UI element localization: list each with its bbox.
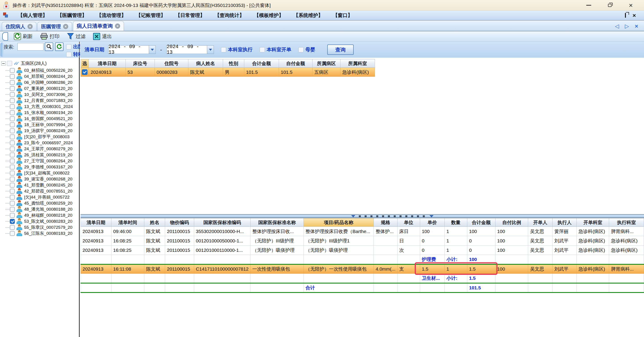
window-restore-button[interactable] bbox=[606, 2, 613, 9]
column-header[interactable]: 执行人 bbox=[552, 218, 577, 227]
patient-tree-item[interactable]: [欠]34_赵梅英_0008022 bbox=[0, 170, 79, 176]
column-header[interactable]: 床位号 bbox=[126, 59, 155, 68]
patient-checkbox[interactable] bbox=[10, 201, 15, 206]
patient-checkbox[interactable] bbox=[10, 183, 15, 188]
exit-button[interactable]: 退出 bbox=[91, 32, 114, 41]
window-close-button[interactable]: × bbox=[628, 2, 634, 9]
patient-tree-item[interactable]: 03_林招福_00050226_20 bbox=[0, 67, 79, 73]
patient-checkbox[interactable] bbox=[10, 170, 15, 176]
column-header[interactable]: 开单人 bbox=[528, 218, 552, 227]
menu-item-7[interactable]: 【模板维护】 bbox=[249, 11, 288, 20]
patient-tree-item[interactable]: 56_江陈东_00080183_20 bbox=[0, 230, 79, 236]
patient-checkbox[interactable] bbox=[10, 68, 15, 73]
dept-execute-checkbox[interactable] bbox=[221, 47, 226, 52]
query-button[interactable]: 查询 bbox=[327, 44, 354, 55]
menu-item-2[interactable]: 【医嘱管理】 bbox=[52, 11, 92, 20]
patient-checkbox[interactable] bbox=[10, 86, 15, 91]
detail-row-selected[interactable]: 2024091316:11:08陈文斌201100015C14171101000… bbox=[81, 264, 644, 274]
date-from-dropdown-button[interactable] bbox=[149, 46, 156, 54]
column-header[interactable]: 合计金额 bbox=[244, 59, 279, 68]
patient-checkbox[interactable] bbox=[10, 219, 15, 224]
patient-tree-item[interactable]: 55_陈章汉_00072579_20 bbox=[0, 224, 79, 230]
column-header[interactable]: 病人姓名 bbox=[188, 59, 223, 68]
column-header[interactable]: 项目/药品名称 bbox=[304, 218, 374, 227]
checked-checkbox-icon[interactable] bbox=[82, 69, 88, 75]
mother-baby-checkbox[interactable] bbox=[298, 47, 304, 52]
menu-item-1[interactable]: 【病人管理】 bbox=[13, 11, 52, 20]
column-header[interactable]: 开单科室 bbox=[577, 218, 609, 227]
detail-row[interactable]: 2024091309:46:00陈文斌201100015355302000010… bbox=[81, 227, 644, 236]
tab-3[interactable]: 病人日清单查询× bbox=[73, 21, 124, 31]
column-header[interactable]: 单位 bbox=[397, 218, 420, 227]
patient-checkbox[interactable] bbox=[10, 225, 15, 230]
patient-checkbox[interactable] bbox=[10, 74, 15, 79]
tree-collapse-icon[interactable] bbox=[1, 61, 6, 66]
patient-checkbox[interactable] bbox=[10, 110, 15, 115]
patient-checkbox[interactable] bbox=[10, 128, 15, 133]
column-header[interactable]: 单价 bbox=[420, 218, 444, 227]
menu-item-6[interactable]: 【查询统计】 bbox=[210, 11, 249, 20]
filter-button[interactable]: 过滤 bbox=[65, 32, 88, 41]
menu-item-3[interactable]: 【流动管理】 bbox=[92, 11, 131, 20]
patient-checkbox[interactable] bbox=[10, 122, 15, 127]
patient-tree-item[interactable]: 23_陈今_00066597_2024 bbox=[0, 140, 79, 146]
menu-item-8[interactable]: 【系统维护】 bbox=[288, 11, 328, 20]
patient-checkbox[interactable] bbox=[10, 98, 15, 103]
date-from-picker[interactable]: 2024 - 09 - 13 bbox=[108, 46, 156, 54]
column-header[interactable]: 选 bbox=[81, 59, 89, 68]
select-cell[interactable] bbox=[81, 68, 89, 77]
tab-scroll-left-button[interactable]: ◁ bbox=[615, 24, 619, 29]
patient-tree-item[interactable]: 26_洪桂英_00080219_20 bbox=[0, 152, 79, 158]
column-header[interactable]: 国家医保标准名称 bbox=[250, 218, 304, 227]
column-header[interactable]: 性别 bbox=[223, 59, 244, 68]
tab-close-button[interactable]: × bbox=[635, 23, 638, 29]
patient-tree-item[interactable]: 12_吕青辉_00071883_20 bbox=[0, 98, 79, 104]
column-header[interactable]: 规格 bbox=[374, 218, 398, 227]
patient-tree-item[interactable]: 19_汤骐宇_00080249_20 bbox=[0, 128, 79, 134]
tab-close-icon[interactable]: × bbox=[63, 24, 68, 29]
patient-checkbox[interactable] bbox=[10, 177, 15, 182]
column-header[interactable]: 所属科室 bbox=[340, 59, 375, 68]
patient-tree-item[interactable]: 39_谢宝香_00080268_20 bbox=[0, 176, 79, 182]
column-header[interactable]: 清单时间 bbox=[111, 218, 144, 227]
patient-checkbox[interactable] bbox=[10, 134, 15, 139]
search-input[interactable] bbox=[18, 43, 44, 50]
dept-order-checkbox[interactable] bbox=[260, 47, 265, 52]
column-header[interactable]: 国家医保标准编码 bbox=[194, 218, 250, 227]
menu-item-5[interactable]: 【日常管理】 bbox=[170, 11, 210, 20]
patient-tree-item[interactable]: 27_王守国_00080264_20 bbox=[0, 158, 79, 164]
patient-checkbox[interactable] bbox=[10, 231, 15, 236]
column-header[interactable]: 物价编码 bbox=[165, 218, 194, 227]
menu-item-4[interactable]: 【记账管理】 bbox=[131, 11, 170, 20]
patient-tree-item[interactable]: 42_郑碧霞_00078551_20 bbox=[0, 188, 79, 194]
patient-tree-item[interactable]: 48_潘光旭_00080188_20 bbox=[0, 206, 79, 212]
panel-splitter-pill[interactable] bbox=[0, 42, 4, 57]
patient-tree-item[interactable]: 04_郑景昭_00080244_20 bbox=[0, 73, 79, 80]
patient-checkbox[interactable] bbox=[10, 207, 15, 212]
patient-tree-item[interactable]: 13_方恩_00080301_2024 bbox=[0, 104, 79, 110]
date-to-picker[interactable]: 2024 - 09 - 13 bbox=[166, 46, 214, 54]
patient-tree-item[interactable]: [欠]20_邵亨平_0008003 bbox=[0, 134, 79, 140]
tree-root-checkbox[interactable] bbox=[7, 61, 12, 66]
patient-checkbox[interactable] bbox=[10, 140, 15, 145]
patient-checkbox[interactable] bbox=[10, 104, 15, 109]
patient-tree-item[interactable]: 07_董美娇_00080120_20 bbox=[0, 86, 79, 92]
discharge-checkbox[interactable] bbox=[66, 44, 71, 50]
column-header[interactable]: 自付比例 bbox=[495, 218, 528, 227]
patient-checkbox[interactable] bbox=[10, 158, 15, 164]
patient-tree-item[interactable]: 10_吴阿文_00073096_20 bbox=[0, 92, 79, 98]
patient-tree-item[interactable]: 16_曾国辉_00049521_20 bbox=[0, 116, 79, 122]
column-header[interactable]: 清单日期 bbox=[81, 218, 112, 227]
column-header[interactable]: 数量 bbox=[444, 218, 467, 227]
patient-tree-item[interactable]: 49_林端辉_00080218_20 bbox=[0, 212, 79, 218]
tab-2[interactable]: 医嘱管理× bbox=[37, 22, 72, 31]
patient-checkbox[interactable] bbox=[10, 164, 15, 170]
patient-tree-item[interactable]: 06_许国蝉_00080286_20 bbox=[0, 80, 79, 86]
tree-root-node[interactable]: ✓✓ 五病区(28人) bbox=[0, 58, 79, 67]
column-header[interactable]: 姓名 bbox=[144, 218, 165, 227]
column-header[interactable]: 自付金额 bbox=[279, 59, 312, 68]
mdi-close-button[interactable]: × bbox=[632, 12, 636, 18]
subtotal-row[interactable]: 卫生材...小计:1.5 bbox=[81, 274, 644, 283]
patient-tree-item[interactable]: 53_陈文斌_00080283_20 bbox=[0, 218, 79, 224]
patient-checkbox[interactable] bbox=[10, 195, 15, 200]
